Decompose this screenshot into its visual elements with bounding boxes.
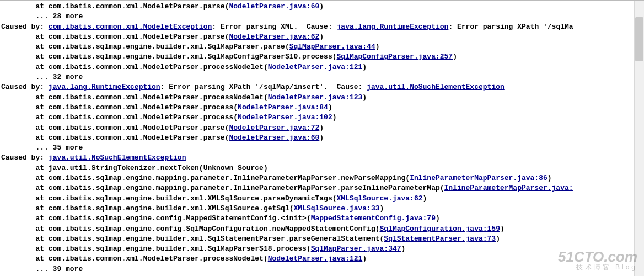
stacktrace-line: Caused by: com.ibatis.common.xml.Nodelet…: [1, 22, 635, 32]
stacktrace-line: at com.ibatis.sqlmap.engine.builder.xml.…: [1, 234, 635, 244]
stacktrace-line: at com.ibatis.sqlmap.engine.builder.xml.…: [1, 204, 635, 214]
stacktrace-line: at com.ibatis.sqlmap.engine.builder.xml.…: [1, 194, 635, 204]
source-link[interactable]: InlineParameterMapParser.java:: [444, 184, 573, 192]
source-link[interactable]: SqlMapParser.java:347: [311, 245, 401, 253]
scrollbar-track[interactable]: [634, 1, 644, 276]
source-link[interactable]: SqlMapConfigParser.java:257: [337, 52, 453, 61]
source-link[interactable]: NodeletParser.java:60: [229, 2, 319, 10]
stacktrace-line: at com.ibatis.sqlmap.engine.builder.xml.…: [1, 52, 635, 62]
source-link[interactable]: com.ibatis.common.xml.NodeletException: [49, 23, 212, 31]
source-link[interactable]: java.util.NoSuchElementException: [49, 153, 186, 162]
stacktrace-line: Caused by: java.lang.RuntimeException: E…: [1, 82, 635, 92]
source-link[interactable]: NodeletParser.java:60: [229, 134, 319, 142]
stacktrace-line: at com.ibatis.common.xml.NodeletParser.p…: [1, 113, 635, 123]
stacktrace-line: at java.util.StringTokenizer.nextToken(U…: [1, 163, 635, 173]
stacktrace-line: at com.ibatis.sqlmap.engine.config.SqlMa…: [1, 224, 635, 234]
source-link[interactable]: NodeletParser.java:62: [229, 33, 319, 41]
stacktrace-line: at com.ibatis.sqlmap.engine.builder.xml.…: [1, 42, 635, 52]
stacktrace-line: at com.ibatis.common.xml.NodeletParser.p…: [1, 2, 635, 12]
console-panel: at com.ibatis.common.xml.NodeletParser.p…: [0, 0, 644, 276]
stacktrace-line: at com.ibatis.common.xml.NodeletParser.p…: [1, 254, 635, 264]
stacktrace-line: ... 32 more: [1, 72, 635, 82]
stacktrace-line: at com.ibatis.sqlmap.engine.config.Mappe…: [1, 214, 635, 224]
stacktrace-line: ... 35 more: [1, 143, 635, 153]
stacktrace-line: at com.ibatis.common.xml.NodeletParser.p…: [1, 133, 635, 143]
stacktrace-line: at com.ibatis.common.xml.NodeletParser.p…: [1, 93, 635, 103]
source-link[interactable]: XMLSqlSource.java:33: [294, 204, 380, 213]
source-link[interactable]: NodeletParser.java:72: [229, 124, 319, 132]
source-link[interactable]: NodeletParser.java:121: [268, 254, 363, 263]
source-link[interactable]: SqlMapConfiguration.java:159: [380, 225, 500, 233]
source-link[interactable]: java.util.NoSuchElementException: [367, 83, 505, 91]
stacktrace-line: at com.ibatis.common.xml.NodeletParser.p…: [1, 62, 635, 72]
source-link[interactable]: SqlMapParser.java:44: [289, 43, 375, 51]
source-link[interactable]: XMLSqlSource.java:62: [337, 194, 423, 203]
stacktrace-line: at com.ibatis.common.xml.NodeletParser.p…: [1, 123, 635, 133]
stacktrace-line: at com.ibatis.common.xml.NodeletParser.p…: [1, 103, 635, 113]
stacktrace-line: at com.ibatis.common.xml.NodeletParser.p…: [1, 32, 635, 42]
source-link[interactable]: java.lang.RuntimeException: [49, 83, 160, 91]
source-link[interactable]: java.lang.RuntimeException: [337, 23, 449, 31]
source-link[interactable]: NodeletParser.java:123: [268, 93, 363, 102]
stacktrace-line: at com.ibatis.sqlmap.engine.mapping.para…: [1, 173, 635, 183]
source-link[interactable]: NodeletParser.java:84: [238, 103, 328, 112]
stacktrace-line: at com.ibatis.sqlmap.engine.mapping.para…: [1, 183, 635, 193]
stacktrace-line: ... 39 more: [1, 264, 635, 274]
stacktrace-line: ... 28 more: [1, 12, 635, 22]
scrollbar-thumb[interactable]: [635, 17, 643, 61]
stacktrace-output[interactable]: at com.ibatis.common.xml.NodeletParser.p…: [1, 2, 635, 276]
source-link[interactable]: MappedStatementConfig.java:79: [311, 214, 436, 222]
stacktrace-line: at com.ibatis.sqlmap.engine.builder.xml.…: [1, 244, 635, 254]
source-link[interactable]: NodeletParser.java:121: [268, 63, 363, 71]
source-link[interactable]: InlineParameterMapParser.java:86: [410, 174, 548, 182]
stacktrace-line: Caused by: java.util.NoSuchElementExcept…: [1, 153, 635, 163]
source-link[interactable]: SqlStatementParser.java:73: [384, 235, 496, 243]
source-link[interactable]: NodeletParser.java:102: [238, 113, 332, 121]
